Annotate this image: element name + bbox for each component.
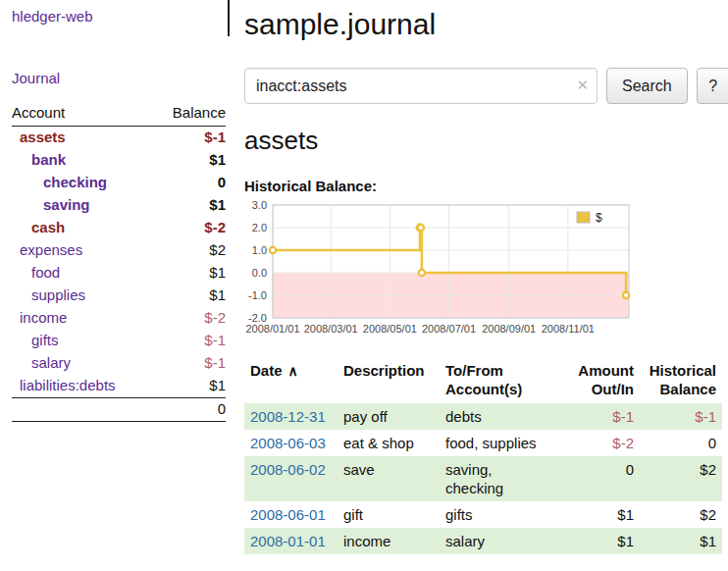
- register-header-date[interactable]: Date∧: [244, 358, 338, 403]
- transaction-description: income: [338, 528, 440, 554]
- search-button[interactable]: Search: [606, 68, 688, 104]
- account-row: expenses$2: [12, 239, 226, 262]
- account-link[interactable]: cash: [31, 219, 65, 235]
- main-content: sample.journal ✕ Search ? assets Histori…: [229, 0, 728, 554]
- account-link[interactable]: expenses: [20, 241, 82, 258]
- account-link[interactable]: supplies: [31, 286, 85, 303]
- svg-text:1.0: 1.0: [252, 244, 267, 256]
- account-link[interactable]: saving: [43, 196, 90, 213]
- transaction-balance: $2: [640, 501, 722, 528]
- transaction-date-cell: 2008-01-01: [244, 528, 338, 554]
- accounts-header-balance: Balance: [153, 102, 226, 127]
- account-cell: saving: [12, 194, 153, 217]
- account-cell: salary: [12, 352, 153, 375]
- clear-search-icon[interactable]: ✕: [576, 77, 589, 94]
- accounts-total-spacer: [12, 398, 153, 422]
- transaction-amount: $-2: [563, 430, 640, 456]
- transaction-description: pay off: [338, 403, 440, 430]
- transaction-amount: $1: [563, 528, 640, 554]
- account-link[interactable]: salary: [31, 354, 71, 371]
- accounts-header-row: Account Balance: [12, 102, 226, 127]
- transaction-balance: $1: [640, 528, 722, 554]
- journal-link[interactable]: Journal: [12, 70, 60, 86]
- transaction-date-link[interactable]: 2008-06-02: [250, 461, 326, 478]
- transaction-amount: 0: [563, 456, 640, 501]
- sidebar: hledger-web Journal Account Balance asse…: [0, 0, 229, 554]
- register-header-amount: Amount Out/In: [563, 358, 640, 403]
- transaction-balance: $2: [640, 456, 722, 501]
- historical-balance-chart: $3.02.01.00.0-1.0-2.02008/01/012008/03/0…: [244, 200, 637, 344]
- register-header-description: Description: [338, 358, 440, 403]
- transaction-date-cell: 2008-06-02: [244, 456, 338, 501]
- account-link[interactable]: bank: [31, 151, 66, 168]
- transaction-date-link[interactable]: 2008-01-01: [250, 533, 326, 549]
- account-cell: checking: [12, 172, 153, 194]
- svg-text:2008/07/01: 2008/07/01: [422, 323, 476, 335]
- account-row: gifts$-1: [12, 330, 226, 352]
- account-row: income$-2: [12, 307, 226, 330]
- sort-ascending-icon: ∧: [288, 363, 298, 379]
- transaction-amount: $1: [563, 501, 640, 528]
- transaction-accounts: salary: [440, 528, 563, 554]
- svg-text:$: $: [596, 211, 602, 225]
- transaction-description: gift: [338, 501, 440, 528]
- register-header-row: Date∧ Description To/From Account(s) Amo…: [244, 358, 722, 403]
- sidebar-divider: [228, 0, 230, 36]
- account-balance: $1: [153, 285, 226, 307]
- svg-text:2.0: 2.0: [252, 222, 267, 234]
- transaction-date-link[interactable]: 2008-06-01: [250, 506, 326, 523]
- account-row: cash$-2: [12, 217, 226, 239]
- search-input[interactable]: [244, 68, 598, 104]
- accounts-header-account: Account: [12, 102, 153, 127]
- account-balance: $2: [153, 239, 226, 262]
- transaction-balance: 0: [640, 430, 722, 456]
- account-link[interactable]: checking: [43, 174, 107, 190]
- account-cell: food: [12, 262, 153, 285]
- account-cell: assets: [12, 127, 153, 150]
- account-row: liabilities:debts$1: [12, 375, 226, 398]
- date-header-label: Date: [250, 362, 283, 379]
- svg-text:0.0: 0.0: [252, 267, 267, 279]
- account-link[interactable]: income: [20, 309, 67, 326]
- account-link[interactable]: gifts: [31, 332, 59, 348]
- transaction-accounts: debts: [440, 403, 563, 430]
- page-title: sample.journal: [244, 8, 728, 41]
- register-header-accounts: To/From Account(s): [440, 358, 563, 403]
- account-balance: $-1: [153, 127, 226, 150]
- account-cell: cash: [12, 217, 153, 239]
- transaction-date-link[interactable]: 2008-06-03: [250, 435, 326, 451]
- account-balance: $-1: [153, 352, 226, 375]
- account-cell: supplies: [12, 285, 153, 307]
- transaction-date-link[interactable]: 2008-12-31: [250, 408, 326, 425]
- account-balance: $-2: [153, 217, 226, 239]
- transaction-row: 2008-06-02savesaving, checking0$2: [244, 456, 722, 501]
- account-row: assets$-1: [12, 127, 226, 150]
- help-button[interactable]: ?: [697, 68, 728, 104]
- app-title-link[interactable]: hledger-web: [12, 8, 93, 25]
- account-cell: income: [12, 307, 153, 330]
- account-row: saving$1: [12, 194, 226, 217]
- account-link[interactable]: food: [31, 264, 60, 281]
- svg-text:2008/03/01: 2008/03/01: [304, 323, 358, 335]
- accounts-total-value: 0: [153, 398, 226, 422]
- svg-text:-1.0: -1.0: [248, 289, 267, 301]
- search-bar: ✕ Search ?: [244, 68, 728, 104]
- svg-text:2008/11/01: 2008/11/01: [542, 323, 595, 335]
- account-balance: $1: [153, 149, 226, 172]
- app-window: hledger-web Journal Account Balance asse…: [0, 0, 728, 554]
- transaction-accounts: saving, checking: [440, 456, 563, 501]
- account-balance: 0: [153, 172, 226, 194]
- transaction-row: 2008-01-01incomesalary$1$1: [244, 528, 722, 554]
- transaction-balance: $-1: [640, 403, 722, 430]
- transaction-amount: $-1: [563, 403, 640, 430]
- account-row: supplies$1: [12, 285, 226, 307]
- accounts-table: Account Balance assets$-1bank$1checking0…: [12, 102, 226, 422]
- account-link[interactable]: liabilities:debts: [20, 377, 116, 393]
- account-cell: liabilities:debts: [12, 375, 153, 398]
- svg-text:2008/01/01: 2008/01/01: [245, 323, 299, 335]
- account-row: food$1: [12, 262, 226, 285]
- account-link[interactable]: assets: [20, 129, 66, 145]
- accounts-total-row: 0: [12, 398, 226, 422]
- transaction-row: 2008-06-03eat & shopfood, supplies$-20: [244, 430, 722, 456]
- register-table-body: 2008-12-31pay offdebts$-1$-12008-06-03ea…: [244, 403, 722, 554]
